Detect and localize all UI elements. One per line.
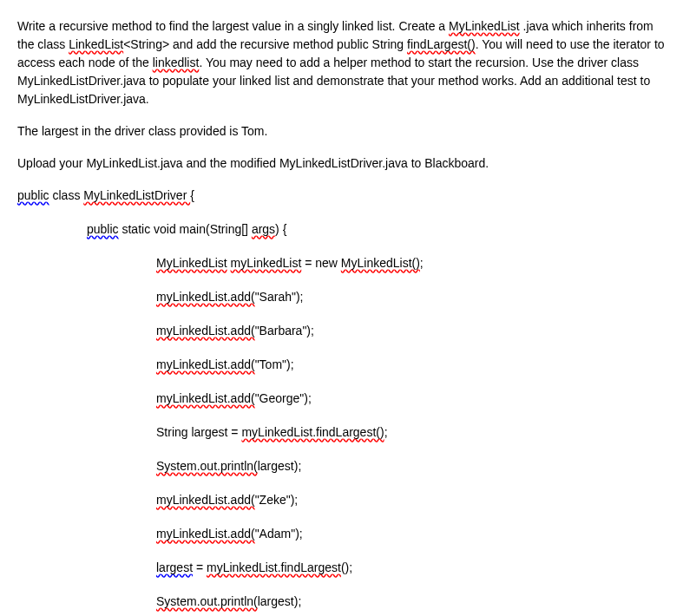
code-block: public class MyLinkedListDriver { public… bbox=[17, 187, 666, 616]
code-line: myLinkedList.add("George"); bbox=[17, 390, 666, 408]
code-line: System.out.println(largest); bbox=[17, 593, 666, 611]
spell-error: findLargest() bbox=[407, 37, 476, 51]
code-line: myLinkedList.add("Adam"); bbox=[17, 525, 666, 543]
code-line: myLinkedList.add("Barbara"); bbox=[17, 322, 666, 340]
code-line: myLinkedList.add("Tom"); bbox=[17, 356, 666, 374]
code-line: largest = myLinkedList.findLargest(); bbox=[17, 559, 666, 577]
code-line: myLinkedList.add("Sarah"); bbox=[17, 288, 666, 306]
code-line: String largest = myLinkedList.findLarges… bbox=[17, 423, 666, 442]
spell-error: linkedlist bbox=[153, 56, 200, 69]
paragraph-upload: Upload your MyLinkedList.java and the mo… bbox=[17, 154, 666, 173]
paragraph-instructions: Write a recursive method to find the lar… bbox=[17, 17, 666, 108]
code-line: myLinkedList.add("Zeke"); bbox=[17, 491, 666, 509]
code-line: MyLinkedList myLinkedList = new MyLinked… bbox=[17, 254, 666, 272]
spell-error: LinkedList bbox=[69, 37, 123, 51]
code-line: System.out.println(largest); bbox=[17, 457, 666, 475]
paragraph-answer-hint: The largest in the driver class provided… bbox=[17, 122, 666, 141]
code-line: public static void main(String[] args) { bbox=[17, 220, 666, 239]
spell-error: MyLinkedList bbox=[449, 19, 520, 33]
code-line: public class MyLinkedListDriver { bbox=[17, 187, 666, 205]
